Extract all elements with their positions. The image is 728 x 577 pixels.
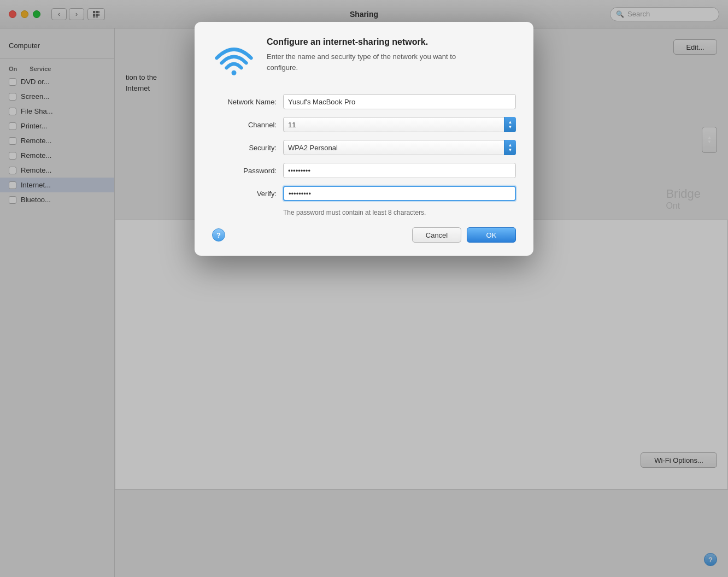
channel-row: Channel: 11 6 36 40 ▲ ▼ xyxy=(212,117,516,132)
security-row: Security: WPA2 Personal None WPA2 Enterp… xyxy=(212,140,516,155)
security-label: Security: xyxy=(212,144,283,152)
channel-label: Channel: xyxy=(212,121,283,129)
verify-input[interactable] xyxy=(283,186,516,201)
password-input[interactable] xyxy=(283,163,516,178)
modal-overlay: Configure an internet-sharing network. E… xyxy=(0,0,728,577)
dialog-btn-group: Cancel OK xyxy=(412,227,516,243)
channel-select[interactable]: 11 6 36 40 xyxy=(283,117,516,132)
dialog-title: Configure an internet-sharing network. xyxy=(267,37,516,47)
svg-point-8 xyxy=(232,70,237,75)
security-select[interactable]: WPA2 Personal None WPA2 Enterprise xyxy=(283,140,516,155)
network-name-label: Network Name: xyxy=(212,98,283,106)
dialog-buttons: ? Cancel OK xyxy=(212,227,516,243)
dialog-form: Network Name: Channel: 11 6 36 40 ▲ ▼ xyxy=(212,94,516,216)
security-select-wrapper: WPA2 Personal None WPA2 Enterprise ▲ ▼ xyxy=(283,140,516,155)
dialog-title-section: Configure an internet-sharing network. E… xyxy=(267,37,516,81)
network-name-row: Network Name: xyxy=(212,94,516,109)
dialog-subtitle: Enter the name and security type of the … xyxy=(267,51,516,73)
cancel-button[interactable]: Cancel xyxy=(412,227,461,243)
dialog: Configure an internet-sharing network. E… xyxy=(195,22,533,256)
ok-button[interactable]: OK xyxy=(467,227,516,243)
help-button[interactable]: ? xyxy=(212,228,225,242)
verify-label: Verify: xyxy=(212,190,283,198)
wifi-icon xyxy=(212,37,256,81)
hint-text: The password must contain at least 8 cha… xyxy=(283,209,516,216)
password-label: Password: xyxy=(212,167,283,175)
dialog-header: Configure an internet-sharing network. E… xyxy=(212,37,516,81)
password-row: Password: xyxy=(212,163,516,178)
channel-select-wrapper: 11 6 36 40 ▲ ▼ xyxy=(283,117,516,132)
network-name-input[interactable] xyxy=(283,94,516,109)
verify-row: Verify: xyxy=(212,186,516,201)
